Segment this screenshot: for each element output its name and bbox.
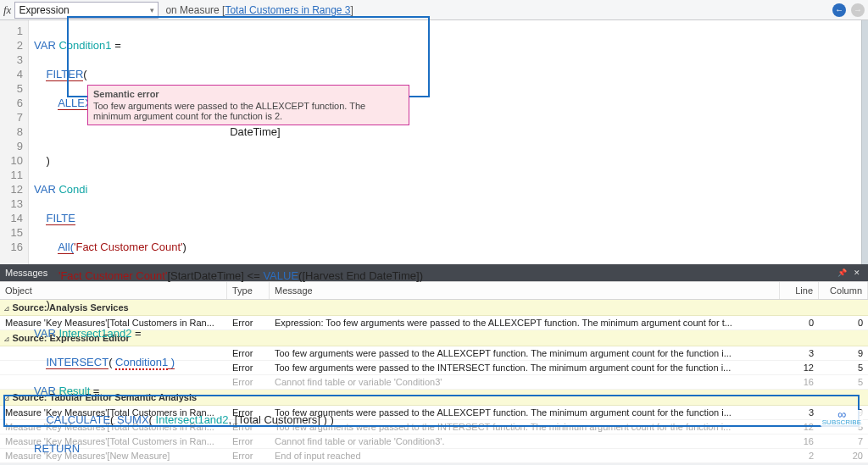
measure-link[interactable]: Total Customers in Range 3 bbox=[225, 4, 350, 16]
line-gutter: 12345678910111213141516 bbox=[0, 20, 29, 264]
editor-minimap bbox=[861, 20, 868, 264]
code-editor[interactable]: 12345678910111213141516 VAR Condition1 =… bbox=[0, 20, 868, 264]
error-tooltip: Semantic error Too few arguments were pa… bbox=[87, 85, 409, 125]
subscribe-badge[interactable]: ∞ SUBSCRIBE bbox=[821, 410, 863, 427]
fx-label: fx bbox=[3, 3, 11, 17]
context-label: on Measure [Total Customers in Range 3] bbox=[165, 4, 353, 16]
dropdown-value: Expression bbox=[19, 4, 69, 16]
nav-forward-button: → bbox=[851, 3, 865, 17]
code-area[interactable]: VAR Condition1 = FILTER( ALLEXCEPT('Fact… bbox=[29, 20, 868, 264]
expression-dropdown[interactable]: Expression ▾ bbox=[14, 2, 159, 19]
chevron-down-icon: ▾ bbox=[150, 6, 154, 14]
nav-back-button[interactable]: ← bbox=[832, 3, 846, 17]
expression-bar: fx Expression ▾ on Measure [Total Custom… bbox=[0, 0, 868, 20]
